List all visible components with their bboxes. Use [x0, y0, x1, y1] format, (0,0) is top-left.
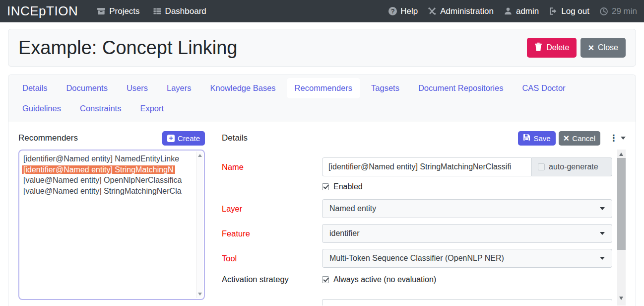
tab-recommenders[interactable]: Recommenders — [287, 78, 360, 98]
create-button[interactable]: + Create — [162, 131, 205, 146]
session-time-label: 29 min — [612, 6, 637, 16]
cancel-icon: × — [564, 133, 570, 143]
tab-tagsets[interactable]: Tagsets — [363, 78, 407, 98]
nav-dashboard[interactable]: Dashboard — [153, 6, 206, 16]
close-button-label: Close — [598, 43, 618, 52]
tab-knowledge-bases[interactable]: Knowledge Bases — [202, 78, 284, 98]
create-button-label: Create — [178, 134, 200, 143]
recommenders-panel: Recommenders + Create [identifier@Named … — [18, 131, 205, 306]
scroll-down-icon[interactable] — [619, 297, 623, 300]
details-form: Name auto-generate — [222, 150, 626, 306]
save-icon — [523, 134, 530, 143]
user-icon — [504, 7, 513, 15]
nav-projects-label: Projects — [109, 6, 139, 16]
clipped-next-input[interactable] — [322, 299, 612, 306]
delete-button-label: Delete — [546, 43, 569, 52]
more-actions-dropdown[interactable]: ⋮ — [609, 134, 626, 143]
scroll-up-icon[interactable] — [198, 154, 202, 157]
cancel-button-label: Cancel — [572, 134, 595, 143]
chevron-down-icon — [600, 257, 605, 260]
always-active-label: Always active (no evaluation) — [333, 275, 436, 284]
delete-button[interactable]: Delete — [527, 38, 577, 58]
tab-guidelines[interactable]: Guidelines — [14, 98, 69, 119]
tab-document-repositories[interactable]: Document Repositories — [410, 78, 512, 98]
save-button[interactable]: Save — [518, 131, 555, 146]
tab-details[interactable]: Details — [14, 78, 55, 98]
tab-users[interactable]: Users — [119, 78, 156, 98]
details-scrollbar[interactable] — [617, 150, 626, 306]
enabled-row: Enabled — [222, 182, 612, 191]
scroll-up-icon[interactable] — [619, 153, 623, 156]
recommender-list-item-label: [value@Named entity] OpenNlpNerClassific… — [22, 176, 183, 184]
tool-select[interactable]: Multi-Token Sequence Classifier (OpenNLP… — [322, 249, 612, 268]
nav-administration[interactable]: Administration — [428, 6, 494, 16]
scrollbar-thumb[interactable] — [617, 158, 626, 250]
list-icon — [153, 7, 162, 15]
tab-bar: Details Documents Users Layers Knowledge… — [8, 75, 636, 122]
save-button-label: Save — [533, 134, 550, 143]
auto-generate-checkbox[interactable] — [538, 163, 545, 170]
project-header: Example: Concept Linking Delete × Close — [8, 29, 636, 67]
feature-label: Feature — [222, 229, 322, 238]
cancel-button[interactable]: × Cancel — [559, 131, 600, 146]
project-settings-card: Details Documents Users Layers Knowledge… — [8, 75, 636, 306]
help-icon: ? — [388, 7, 397, 15]
tab-export[interactable]: Export — [132, 98, 172, 119]
tool-select-value: Multi-Token Sequence Classifier (OpenNLP… — [329, 254, 504, 263]
app-brand[interactable]: INCEpTION — [7, 3, 78, 19]
nav-administration-label: Administration — [440, 6, 494, 16]
tab-constraints[interactable]: Constraints — [72, 98, 129, 119]
tools-icon — [428, 7, 437, 15]
tool-label: Tool — [222, 254, 322, 263]
tab-documents[interactable]: Documents — [58, 78, 115, 98]
auto-generate-label: auto-generate — [549, 162, 598, 171]
tool-row: Tool Multi-Token Sequence Classifier (Op… — [222, 249, 612, 268]
nav-logout-label: Log out — [561, 6, 589, 16]
activation-strategy-label: Activation strategy — [222, 275, 322, 284]
recommenders-content: Recommenders + Create [identifier@Named … — [8, 122, 636, 306]
recommender-list-item[interactable]: [identifier@Named entity] NamedEntityLin… — [22, 153, 194, 164]
activation-strategy-row: Activation strategy Always active (no ev… — [222, 275, 612, 284]
recommender-list-item-label: [value@Named entity] StringMatchingNerCl… — [22, 187, 183, 195]
nav-user-label: admin — [516, 6, 539, 16]
feature-select-value: identifier — [329, 229, 359, 238]
details-panel: Details Save × Cancel ⋮ — [222, 131, 626, 306]
recommender-listbox[interactable]: [identifier@Named entity] NamedEntityLin… — [18, 150, 205, 300]
nav-projects[interactable]: Projects — [97, 6, 139, 16]
nav-user[interactable]: admin — [504, 6, 539, 16]
layer-select-value: Named entity — [329, 204, 376, 213]
recommender-list-item[interactable]: [value@Named entity] StringMatchingNerCl… — [22, 186, 194, 197]
close-button[interactable]: × Close — [580, 38, 626, 58]
tab-layers[interactable]: Layers — [159, 78, 199, 98]
nav-logout[interactable]: Log out — [549, 6, 589, 16]
recommender-list-item[interactable]: [value@Named entity] OpenNlpNerClassific… — [22, 175, 194, 186]
listbox-scrollbar[interactable] — [196, 152, 203, 298]
details-panel-title: Details — [222, 133, 248, 143]
kebab-icon: ⋮ — [609, 134, 618, 143]
nav-help[interactable]: ? Help — [388, 6, 418, 16]
recommender-list-item-label: [identifier@Named entity] NamedEntityLin… — [22, 154, 181, 163]
clock-icon — [599, 7, 608, 16]
logout-icon — [549, 7, 558, 15]
name-row: Name auto-generate — [222, 157, 612, 176]
nav-help-label: Help — [400, 6, 418, 16]
trash-icon — [534, 42, 542, 53]
feature-select[interactable]: identifier — [322, 224, 612, 243]
always-active-checkbox[interactable] — [322, 276, 329, 283]
chevron-down-icon — [600, 207, 605, 210]
feature-row: Feature identifier — [222, 224, 612, 243]
recommender-list-item-selected[interactable]: [identifier@Named entity] StringMatching… — [22, 164, 194, 175]
nav-dashboard-label: Dashboard — [165, 6, 206, 16]
name-input[interactable] — [322, 157, 532, 176]
scroll-down-icon[interactable] — [198, 293, 202, 296]
layer-select[interactable]: Named entity — [322, 199, 612, 218]
session-timer: 29 min — [599, 6, 637, 16]
tab-cas-doctor[interactable]: CAS Doctor — [514, 78, 573, 98]
layer-row: Layer Named entity — [222, 199, 612, 218]
name-label: Name — [222, 162, 322, 172]
plus-square-icon: + — [167, 135, 175, 142]
chevron-down-icon — [621, 137, 626, 140]
enabled-checkbox[interactable] — [322, 183, 329, 190]
recommender-list-item-label: [identifier@Named entity] StringMatching… — [22, 165, 175, 174]
layer-label: Layer — [222, 204, 322, 214]
